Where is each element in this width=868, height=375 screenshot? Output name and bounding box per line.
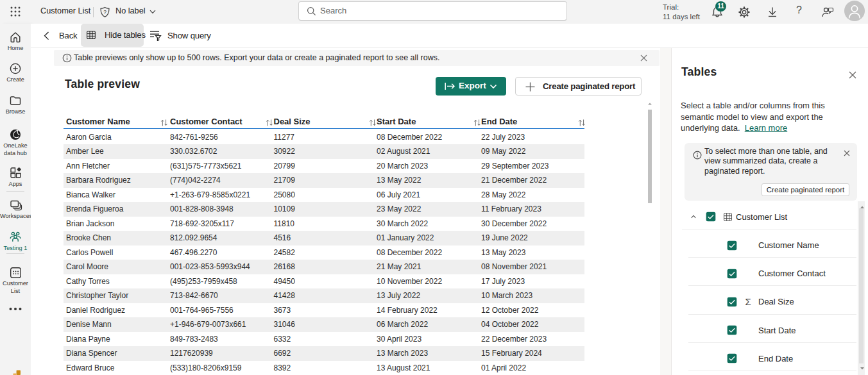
svg-text:?: ? [103,9,106,15]
